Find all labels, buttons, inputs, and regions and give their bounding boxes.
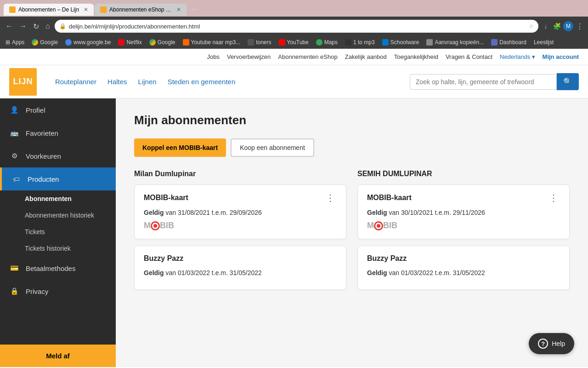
bookmark-youtube-label: YouTube	[287, 39, 309, 46]
tab-close-2[interactable]: ✕	[176, 6, 181, 13]
new-tab-button[interactable]: +	[187, 5, 200, 15]
bookmark-leeslijst[interactable]: Leeslijst	[532, 38, 555, 46]
sidebar-item-favorieten[interactable]: 🚌 Favorieten	[0, 121, 116, 144]
profile-icon[interactable]: M	[563, 21, 573, 31]
valid-label-semih-mobib: Geldig	[367, 209, 387, 216]
language-selector[interactable]: Nederlands ▾	[500, 53, 535, 60]
tabs-chevron-icon[interactable]: ⌄	[579, 6, 584, 13]
bookmark-netflix[interactable]: Netflix	[116, 38, 143, 46]
logo[interactable]: LIJN	[9, 68, 37, 96]
help-icon: ?	[538, 339, 548, 349]
google-favicon	[32, 39, 38, 46]
search-bar: 🔍	[410, 73, 579, 90]
browser-tab-inactive[interactable]: Abonnementen eShop – De Lij... ✕	[95, 4, 187, 16]
bookmark-youtube-mp3[interactable]: Youtube naar mp3...	[181, 38, 243, 46]
my-account-link[interactable]: Mijn account	[543, 53, 579, 60]
nav-routeplanner[interactable]: Routeplanner	[55, 78, 96, 86]
schoolware-favicon	[382, 39, 389, 46]
bookmark-maps[interactable]: Maps	[314, 38, 339, 46]
sidebar-label-privacy: Privacy	[26, 288, 48, 295]
extensions-puzzle-icon[interactable]: 🧩	[552, 22, 561, 31]
bookmark-youtube[interactable]: YouTube	[277, 38, 311, 46]
1tomp3-favicon	[345, 39, 351, 46]
sidebar-subitem-abonnementen[interactable]: Abonnementen	[0, 190, 116, 207]
card-header-semih-buzzy: Buzzy Pazz	[367, 254, 560, 263]
aanvraag-favicon	[426, 39, 433, 46]
lock-icon: 🔒	[59, 23, 66, 29]
bookmark-aanvraag[interactable]: Aanvraag kopieën...	[424, 38, 486, 46]
card-menu-button-milan-mobib[interactable]: ⋮	[324, 193, 337, 202]
topnav-jobs[interactable]: Jobs	[207, 53, 219, 60]
mobib-o-letter	[151, 221, 160, 230]
address-bar[interactable]: 🔒 delijn.be/nl/mijnlijn/producten/abonne…	[55, 20, 538, 33]
sidebar-item-producten[interactable]: 🏷 Producten	[0, 167, 116, 190]
bookmark-google-be-label: www.google.be	[74, 39, 111, 46]
valid-label-milan-mobib: Geldig	[144, 209, 164, 216]
topnav-toegankelijk[interactable]: Toegankelijkheid	[394, 53, 438, 60]
home-button[interactable]: ⌂	[44, 20, 52, 32]
forward-button[interactable]: →	[17, 20, 28, 32]
help-label: Help	[552, 340, 565, 347]
card-valid-milan-mobib: Geldig van 31/08/2021 t.e.m. 29/09/2026	[144, 209, 337, 216]
logout-button[interactable]: Meld af	[0, 345, 116, 367]
bookmark-toners[interactable]: toners	[246, 38, 273, 46]
valid-label-milan-buzzy: Geldig	[144, 269, 164, 276]
person-column-semih: SEMIH DUMLUPINAR MOBIB-kaart ⋮ Geldig va…	[357, 170, 570, 296]
tab-favicon-2	[100, 6, 107, 13]
page-layout: 👤 Profiel 🚌 Favorieten ⚙ Voorkeuren 🏷 Pr…	[0, 98, 588, 367]
card-menu-button-semih-mobib[interactable]: ⋮	[547, 193, 560, 202]
nav-haltes[interactable]: Haltes	[107, 78, 127, 86]
sidebar-subitem-tickets[interactable]: Tickets	[0, 224, 116, 240]
koppel-mobib-button[interactable]: Koppel een MOBIB-kaart	[134, 138, 226, 157]
browser-tabs-bar: Abonnementen – De Lijn ✕ Abonnementen eS…	[0, 0, 588, 17]
koop-abonnement-button[interactable]: Koop een abonnement	[231, 138, 314, 157]
download-icon[interactable]: ↓	[541, 22, 550, 31]
mobib-dot	[153, 224, 157, 228]
sidebar-item-profiel[interactable]: 👤 Profiel	[0, 98, 116, 121]
help-button[interactable]: ? Help	[529, 333, 574, 354]
sidebar-sub-label-tickets: Tickets	[25, 228, 45, 236]
sidebar-subitem-abonnementen-historiek[interactable]: Abonnementen historiek	[0, 207, 116, 224]
browser-tab-active[interactable]: Abonnementen – De Lijn ✕	[4, 4, 94, 16]
bookmark-google-be[interactable]: www.google.be	[63, 38, 113, 46]
bookmark-google-label: Google	[40, 39, 58, 46]
tab-close-1[interactable]: ✕	[84, 6, 88, 13]
sidebar-item-privacy[interactable]: 🔒 Privacy	[0, 280, 116, 303]
apps-grid-icon: ⊞	[6, 39, 10, 46]
search-button[interactable]: 🔍	[557, 73, 579, 90]
sidebar-label-profiel: Profiel	[26, 106, 45, 114]
search-input[interactable]	[410, 74, 557, 90]
top-nav: Jobs Vervoerbewijzen Abonnementen eShop …	[0, 49, 588, 65]
card-valid-semih-buzzy: Geldig van 01/03/2022 t.e.m. 31/05/2022	[367, 269, 560, 276]
mobib-bib-text: BIB	[160, 221, 174, 230]
bookmark-apps[interactable]: ⊞ Apps	[4, 38, 26, 46]
bookmark-schoolware-label: Schoolware	[390, 39, 419, 46]
bookmark-google[interactable]: Google	[30, 38, 60, 46]
back-button[interactable]: ←	[4, 20, 15, 32]
card-valid-semih-mobib: Geldig van 30/10/2021 t.e.m. 29/11/2026	[367, 209, 560, 216]
bookmark-1tomp3-label: 1 to mp3	[353, 39, 375, 46]
topnav-zakelijk[interactable]: Zakelijk aanbod	[345, 53, 387, 60]
sidebar-item-voorkeuren[interactable]: ⚙ Voorkeuren	[0, 144, 116, 167]
mobib-m-letter: M	[144, 221, 151, 230]
topnav-eshop[interactable]: Abonnementen eShop	[278, 53, 337, 60]
nav-steden[interactable]: Steden en gemeenten	[168, 78, 236, 86]
bookmark-youtube-mp3-label: Youtube naar mp3...	[191, 39, 241, 46]
topnav-contact[interactable]: Vragen & Contact	[446, 53, 492, 60]
sidebar-item-betaalmethodes[interactable]: 💳 Betaalmethodes	[0, 257, 116, 280]
refresh-button[interactable]: ↻	[31, 20, 41, 33]
bookmark-star-icon[interactable]: ☆	[529, 23, 534, 29]
sidebar-label-voorkeuren: Voorkeuren	[26, 152, 61, 160]
bookmark-1tomp3[interactable]: 1 to mp3	[343, 38, 377, 46]
bookmark-schoolware[interactable]: Schoolware	[380, 38, 421, 46]
topnav-vervoer[interactable]: Vervoerbewijzen	[227, 53, 271, 60]
sidebar-label-favorieten: Favorieten	[26, 129, 58, 137]
address-text[interactable]: delijn.be/nl/mijnlijn/producten/abonneme…	[69, 23, 526, 30]
logo-text: LIJN	[13, 77, 33, 86]
bookmark-dashboard[interactable]: Dashboard	[489, 38, 528, 46]
sidebar-subitem-tickets-historiek[interactable]: Tickets historiek	[0, 240, 116, 257]
card-title-milan-buzzy: Buzzy Pazz	[144, 254, 183, 263]
bookmark-google2[interactable]: Google	[147, 38, 177, 46]
nav-lijnen[interactable]: Lijnen	[138, 78, 157, 86]
menu-icon[interactable]: ⋮	[575, 22, 584, 31]
